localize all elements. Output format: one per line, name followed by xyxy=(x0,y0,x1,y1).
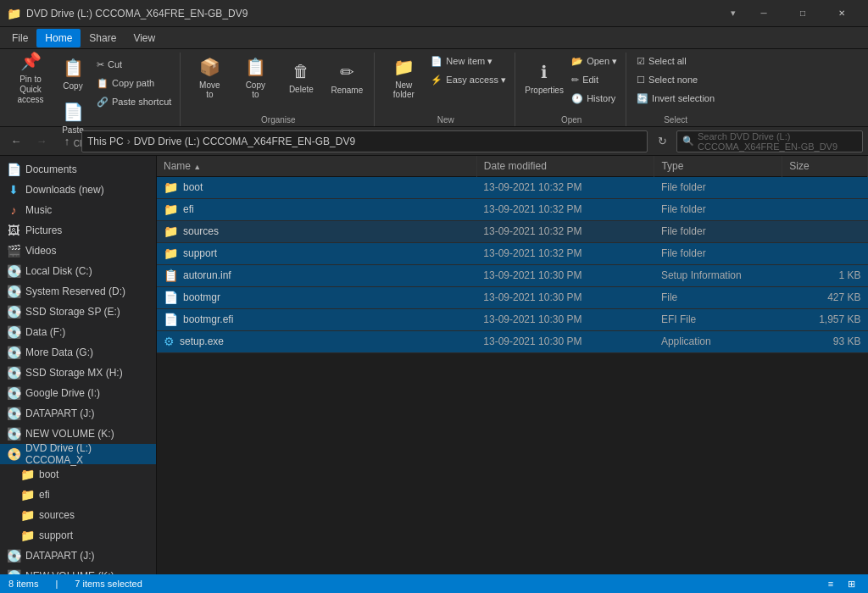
sidebar-item-sub-support[interactable]: 📁 support xyxy=(0,525,156,546)
file-name-cell[interactable]: 📁 boot xyxy=(157,176,476,198)
sidebar-item-datapart-j[interactable]: 💽 DATAPART (J:) xyxy=(0,403,156,424)
sidebar-item-downloads[interactable]: ⬇ Downloads (new) xyxy=(0,180,156,200)
sidebar-item-new-volume-k[interactable]: 💽 NEW VOLUME (K:) xyxy=(0,424,156,444)
history-button[interactable]: 🕐 History xyxy=(568,90,620,107)
file-name-cell[interactable]: ⚙ setup.exe xyxy=(157,330,476,352)
table-row[interactable]: 📁 efi 13-09-2021 10:32 PM File folder xyxy=(157,198,868,220)
file-name-cell[interactable]: 📄 bootmgr xyxy=(157,286,476,308)
close-button[interactable]: ✕ xyxy=(822,0,861,27)
sidebar: 📄 Documents ⬇ Downloads (new) ♪ Music 🖼 … xyxy=(0,156,157,574)
sidebar-item-sub-boot[interactable]: 📁 boot xyxy=(0,464,156,485)
cut-icon: ✂ xyxy=(97,59,104,70)
file-type: Application xyxy=(654,330,782,352)
quick-access-btn[interactable]: ▾ xyxy=(722,0,744,27)
details-view-button[interactable]: ≡ xyxy=(822,575,839,592)
file-name-cell[interactable]: 📁 sources xyxy=(157,220,476,242)
menu-item-share[interactable]: Share xyxy=(81,29,125,47)
select-all-button[interactable]: ☑ Select all xyxy=(633,53,718,69)
minimize-button[interactable]: ─ xyxy=(744,0,783,27)
back-button[interactable]: ← xyxy=(5,130,27,152)
sidebar-item-google-drive-i[interactable]: 💽 Google Drive (I:) xyxy=(0,383,156,403)
sidebar-item-more-data-g[interactable]: 💽 More Data (G:) xyxy=(0,342,156,363)
delete-button[interactable]: 🗑 Delete xyxy=(279,53,323,103)
menu-item-file[interactable]: File xyxy=(3,29,36,47)
file-size: 1 KB xyxy=(782,264,868,286)
file-area[interactable]: Name ▲ Date modified Type Size 📁 boot 13… xyxy=(157,156,868,574)
move-to-button[interactable]: 📦 Moveto xyxy=(187,53,231,103)
table-row[interactable]: 📁 boot 13-09-2021 10:32 PM File folder xyxy=(157,176,868,198)
sidebar-item-pictures[interactable]: 🖼 Pictures xyxy=(0,220,156,241)
sidebar-item-sub-sources[interactable]: 📁 sources xyxy=(0,505,156,525)
rename-button[interactable]: ✏ Rename xyxy=(325,53,369,103)
pin-to-quick-access-button[interactable]: 📌 Pin to Quickaccess xyxy=(8,53,53,103)
col-name[interactable]: Name ▲ xyxy=(157,156,476,176)
sidebar-item-music[interactable]: ♪ Music xyxy=(0,200,156,220)
forward-button[interactable]: → xyxy=(31,130,53,152)
sidebar-item-videos[interactable]: 🎬 Videos xyxy=(0,241,156,261)
open-button[interactable]: 📂 Open ▾ xyxy=(568,53,620,69)
tiles-view-button[interactable]: ⊞ xyxy=(843,575,860,592)
easy-access-button[interactable]: ⚡ Easy access ▾ xyxy=(427,71,509,88)
sidebar-item-ssd-storage-e[interactable]: 💽 SSD Storage SP (E:) xyxy=(0,302,156,322)
sidebar-item-datapart-j2[interactable]: 💽 DATAPART (J:) xyxy=(0,546,156,566)
path-dvd-drive[interactable]: DVD Drive (L:) CCCOMA_X64FRE_EN-GB_DV9 xyxy=(134,136,355,147)
ribbon: 📌 Pin to Quickaccess 📋 Copy 📄 Paste ✂ Cu… xyxy=(0,49,868,127)
select-none-button[interactable]: ☐ Select none xyxy=(633,71,718,88)
col-type[interactable]: Type xyxy=(654,156,782,176)
file-name-text: support xyxy=(183,247,217,259)
file-name-cell[interactable]: 📁 efi xyxy=(157,198,476,220)
disk-d-icon: 💽 xyxy=(7,285,20,298)
col-date[interactable]: Date modified xyxy=(476,156,654,176)
sidebar-item-dvd-drive-l[interactable]: 📀 DVD Drive (L:) CCCOMA_X xyxy=(0,444,156,464)
copy-path-button[interactable]: 📋 Copy path xyxy=(93,75,175,91)
videos-icon: 🎬 xyxy=(7,244,20,258)
sidebar-item-new-volume-k2[interactable]: 💽 NEW VOLUME (K:) xyxy=(0,566,156,574)
invert-selection-button[interactable]: 🔄 Invert selection xyxy=(633,90,718,107)
file-name-cell[interactable]: 📁 support xyxy=(157,242,476,264)
file-date: 13-09-2021 10:32 PM xyxy=(476,242,654,264)
copy-button[interactable]: 📋 Copy xyxy=(54,53,92,95)
select-buttons: ☑ Select all ☐ Select none 🔄 Invert sele… xyxy=(633,53,718,115)
edit-button[interactable]: ✏ Edit xyxy=(568,71,620,88)
downloads-icon: ⬇ xyxy=(7,183,20,197)
path-this-pc[interactable]: This PC xyxy=(87,136,124,147)
search-bar[interactable]: 🔍 Search DVD Drive (L:) CCCOMA_X64FRE_EN… xyxy=(676,130,863,152)
table-row[interactable]: 📄 bootmgr 13-09-2021 10:30 PM File 427 K… xyxy=(157,286,868,308)
path-bar[interactable]: This PC › DVD Drive (L:) CCCOMA_X64FRE_E… xyxy=(81,130,648,152)
menu-item-home[interactable]: Home xyxy=(36,29,81,47)
file-type: Setup Information xyxy=(654,264,782,286)
table-row[interactable]: 📋 autorun.inf 13-09-2021 10:30 PM Setup … xyxy=(157,264,868,286)
properties-button[interactable]: ℹ Properties xyxy=(522,53,566,103)
new-item-button[interactable]: 📄 New item ▾ xyxy=(427,53,509,69)
table-row[interactable]: ⚙ setup.exe 13-09-2021 10:30 PM Applicat… xyxy=(157,330,868,352)
new-folder-button[interactable]: 📁 Newfolder xyxy=(381,53,426,103)
open-icon: 📂 xyxy=(571,56,583,67)
sidebar-item-local-disk-c[interactable]: 💽 Local Disk (C:) xyxy=(0,261,156,281)
select-all-icon: ☑ xyxy=(637,56,645,67)
up-button[interactable]: ↑ xyxy=(56,130,78,152)
table-row[interactable]: 📁 sources 13-09-2021 10:32 PM File folde… xyxy=(157,220,868,242)
maximize-button[interactable]: □ xyxy=(783,0,822,27)
properties-icon: ℹ xyxy=(541,62,548,82)
new-folder-icon: 📁 xyxy=(393,57,415,77)
copy-to-button[interactable]: 📋 Copyto xyxy=(233,53,277,103)
table-row[interactable]: 📄 bootmgr.efi 13-09-2021 10:30 PM EFI Fi… xyxy=(157,308,868,330)
file-name-text: bootmgr xyxy=(183,291,220,303)
cut-button[interactable]: ✂ Cut xyxy=(93,56,175,73)
sidebar-item-documents[interactable]: 📄 Documents xyxy=(0,159,156,180)
sidebar-item-sub-efi[interactable]: 📁 efi xyxy=(0,485,156,505)
file-date: 13-09-2021 10:32 PM xyxy=(476,220,654,242)
paste-shortcut-button[interactable]: 🔗 Paste shortcut xyxy=(93,93,175,110)
menu-item-view[interactable]: View xyxy=(125,29,164,47)
sidebar-item-system-reserved-d[interactable]: 💽 System Reserved (D:) xyxy=(0,281,156,302)
file-name-cell[interactable]: 📋 autorun.inf xyxy=(157,264,476,286)
table-row[interactable]: 📁 support 13-09-2021 10:32 PM File folde… xyxy=(157,242,868,264)
main-area: 📄 Documents ⬇ Downloads (new) ♪ Music 🖼 … xyxy=(0,156,868,574)
col-size[interactable]: Size xyxy=(782,156,868,176)
file-name-cell[interactable]: 📄 bootmgr.efi xyxy=(157,308,476,330)
search-icon: 🔍 xyxy=(682,136,694,147)
sidebar-item-ssd-storage-h[interactable]: 💽 SSD Storage MX (H:) xyxy=(0,363,156,383)
refresh-button[interactable]: ↻ xyxy=(651,130,673,152)
copy-icon: 📋 xyxy=(63,58,84,78)
sidebar-item-data-f[interactable]: 💽 Data (F:) xyxy=(0,322,156,342)
